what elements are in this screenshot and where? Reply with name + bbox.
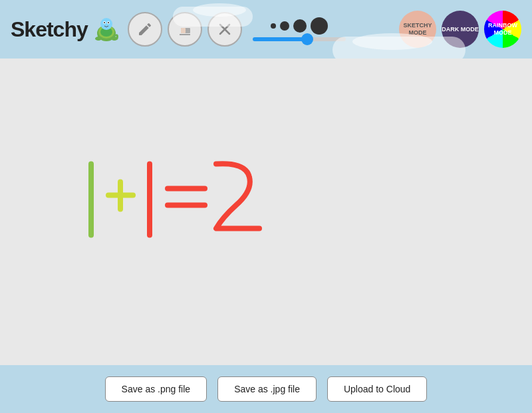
clear-icon (217, 21, 233, 37)
logo-area: Sketchy (11, 13, 122, 45)
brush-dot-medium (280, 21, 289, 31)
svg-rect-11 (181, 28, 186, 33)
pencil-icon (137, 21, 153, 37)
svg-point-3 (100, 18, 112, 30)
eraser-icon (177, 21, 193, 37)
eraser-tool-button[interactable] (168, 12, 202, 47)
mode-buttons-group: SKETCHY MODE DARK MODE RAINBOW MODE (399, 11, 521, 48)
brush-dot-small (271, 23, 276, 29)
mascot-icon (90, 13, 122, 45)
brush-size-area (253, 17, 346, 41)
rainbow-mode-button[interactable]: RAINBOW MODE (484, 11, 521, 48)
svg-point-8 (95, 37, 102, 41)
brush-size-slider[interactable] (253, 37, 346, 41)
pencil-tool-button[interactable] (128, 12, 162, 47)
canvas-area[interactable] (0, 59, 532, 365)
app-title: Sketchy (11, 17, 88, 42)
upload-cloud-button[interactable]: Upload to Cloud (327, 376, 427, 402)
footer: Save as .png file Save as .jpg file Uplo… (0, 365, 532, 413)
drawing-canvas[interactable] (0, 59, 532, 365)
dark-mode-button[interactable]: DARK MODE (442, 11, 479, 48)
svg-point-9 (111, 37, 118, 41)
svg-point-7 (108, 22, 109, 23)
svg-point-6 (104, 22, 105, 23)
toolbar: Sketchy (0, 0, 532, 59)
brush-dot-xlarge (311, 17, 328, 35)
brush-dot-large (293, 19, 307, 33)
save-png-button[interactable]: Save as .png file (105, 376, 207, 402)
brush-dots (271, 17, 328, 35)
clear-button[interactable] (207, 12, 242, 47)
save-jpg-button[interactable]: Save as .jpg file (217, 376, 317, 402)
sketchy-mode-button[interactable]: SKETCHY MODE (399, 11, 436, 48)
